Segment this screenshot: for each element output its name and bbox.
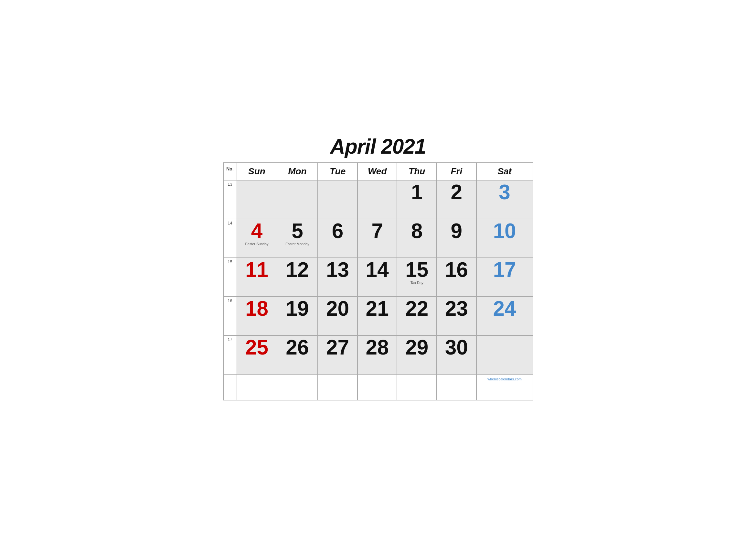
week-number-13: 13 xyxy=(223,180,237,219)
day-number-24: 24 xyxy=(478,298,531,319)
header-sat: Sat xyxy=(476,163,533,180)
day-cell-30-4-5: 30 xyxy=(437,335,476,374)
day-cell-3-0-6: 3 xyxy=(476,180,533,219)
header-wed: Wed xyxy=(358,163,397,180)
day-number-20: 20 xyxy=(319,298,356,319)
day-cell-16-2-5: 16 xyxy=(437,258,476,296)
watermark-cell: wheniscalendars.com xyxy=(476,374,533,400)
last-row-empty-5 xyxy=(437,374,476,400)
day-number-25: 25 xyxy=(238,337,275,358)
calendar-container: April 2021 No. Sun Mon Tue Wed Thu Fri S… xyxy=(223,134,533,401)
week-row-14: 144Easter Sunday5Easter Monday678910 xyxy=(223,219,533,258)
day-cell-empty-4-6 xyxy=(476,335,533,374)
day-number-13: 13 xyxy=(319,259,356,280)
day-number-21: 21 xyxy=(359,298,395,319)
day-cell-1-0-4: 1 xyxy=(397,180,437,219)
holiday-label-5: Easter Monday xyxy=(279,242,316,246)
watermark-text: wheniscalendars.com xyxy=(487,377,522,381)
day-cell-20-3-2: 20 xyxy=(318,296,358,335)
day-cell-empty-0-2 xyxy=(318,180,358,219)
day-cell-11-2-0: 11 xyxy=(237,258,277,296)
day-number-6: 6 xyxy=(319,221,356,241)
day-number-12: 12 xyxy=(279,259,316,280)
day-cell-18-3-0: 18 xyxy=(237,296,277,335)
day-number-29: 29 xyxy=(398,337,435,358)
day-number-1: 1 xyxy=(398,182,435,203)
day-cell-17-2-6: 17 xyxy=(476,258,533,296)
header-row: No. Sun Mon Tue Wed Thu Fri Sat xyxy=(223,163,533,180)
calendar-table: No. Sun Mon Tue Wed Thu Fri Sat 13123144… xyxy=(223,162,533,401)
day-number-15: 15 xyxy=(398,259,435,280)
day-number-28: 28 xyxy=(359,337,395,358)
day-number-7: 7 xyxy=(359,221,395,241)
day-number-14: 14 xyxy=(359,259,395,280)
day-number-18: 18 xyxy=(238,298,275,319)
header-tue: Tue xyxy=(318,163,358,180)
week-row-17: 17252627282930 xyxy=(223,335,533,374)
week-row-16: 1618192021222324 xyxy=(223,296,533,335)
day-cell-24-3-6: 24 xyxy=(476,296,533,335)
last-row-empty-1 xyxy=(277,374,318,400)
day-number-19: 19 xyxy=(279,298,316,319)
day-cell-28-4-3: 28 xyxy=(358,335,397,374)
week-row-13: 13123 xyxy=(223,180,533,219)
day-cell-13-2-2: 13 xyxy=(318,258,358,296)
week-number-15: 15 xyxy=(223,258,237,296)
week-row-15: 151112131415Tax Day1617 xyxy=(223,258,533,296)
day-cell-8-1-4: 8 xyxy=(397,219,437,258)
day-number-3: 3 xyxy=(478,182,531,203)
day-cell-7-1-3: 7 xyxy=(358,219,397,258)
day-number-23: 23 xyxy=(438,298,475,319)
no-col-header: No. xyxy=(223,163,237,180)
last-row-week-num xyxy=(223,374,237,400)
last-row-empty-2 xyxy=(318,374,358,400)
day-number-4: 4 xyxy=(238,221,275,241)
header-thu: Thu xyxy=(397,163,437,180)
holiday-label-4: Easter Sunday xyxy=(238,242,275,246)
header-mon: Mon xyxy=(277,163,318,180)
header-fri: Fri xyxy=(437,163,476,180)
calendar-title: April 2021 xyxy=(223,134,533,158)
holiday-label-15: Tax Day xyxy=(398,281,435,285)
last-row-empty-3 xyxy=(358,374,397,400)
day-cell-23-3-5: 23 xyxy=(437,296,476,335)
day-cell-9-1-5: 9 xyxy=(437,219,476,258)
day-cell-27-4-2: 27 xyxy=(318,335,358,374)
day-cell-15-2-4: 15Tax Day xyxy=(397,258,437,296)
day-cell-19-3-1: 19 xyxy=(277,296,318,335)
day-cell-empty-0-1 xyxy=(277,180,318,219)
day-cell-6-1-2: 6 xyxy=(318,219,358,258)
day-number-9: 9 xyxy=(438,221,475,241)
day-number-8: 8 xyxy=(398,221,435,241)
day-cell-29-4-4: 29 xyxy=(397,335,437,374)
day-cell-26-4-1: 26 xyxy=(277,335,318,374)
day-cell-2-0-5: 2 xyxy=(437,180,476,219)
day-cell-4-1-0: 4Easter Sunday xyxy=(237,219,277,258)
week-number-16: 16 xyxy=(223,296,237,335)
week-number-17: 17 xyxy=(223,335,237,374)
day-number-10: 10 xyxy=(478,221,531,241)
day-number-27: 27 xyxy=(319,337,356,358)
header-sun: Sun xyxy=(237,163,277,180)
day-number-11: 11 xyxy=(238,259,275,280)
day-number-30: 30 xyxy=(438,337,475,358)
day-number-2: 2 xyxy=(438,182,475,203)
last-row-empty-0 xyxy=(237,374,277,400)
day-cell-empty-0-3 xyxy=(358,180,397,219)
day-cell-14-2-3: 14 xyxy=(358,258,397,296)
day-cell-10-1-6: 10 xyxy=(476,219,533,258)
day-cell-empty-0-0 xyxy=(237,180,277,219)
day-number-17: 17 xyxy=(478,259,531,280)
day-number-26: 26 xyxy=(279,337,316,358)
day-number-22: 22 xyxy=(398,298,435,319)
day-number-16: 16 xyxy=(438,259,475,280)
day-cell-12-2-1: 12 xyxy=(277,258,318,296)
day-cell-21-3-3: 21 xyxy=(358,296,397,335)
day-cell-5-1-1: 5Easter Monday xyxy=(277,219,318,258)
week-number-14: 14 xyxy=(223,219,237,258)
last-row-empty-4 xyxy=(397,374,437,400)
day-cell-25-4-0: 25 xyxy=(237,335,277,374)
last-empty-row: wheniscalendars.com xyxy=(223,374,533,400)
day-number-5: 5 xyxy=(279,221,316,241)
day-cell-22-3-4: 22 xyxy=(397,296,437,335)
